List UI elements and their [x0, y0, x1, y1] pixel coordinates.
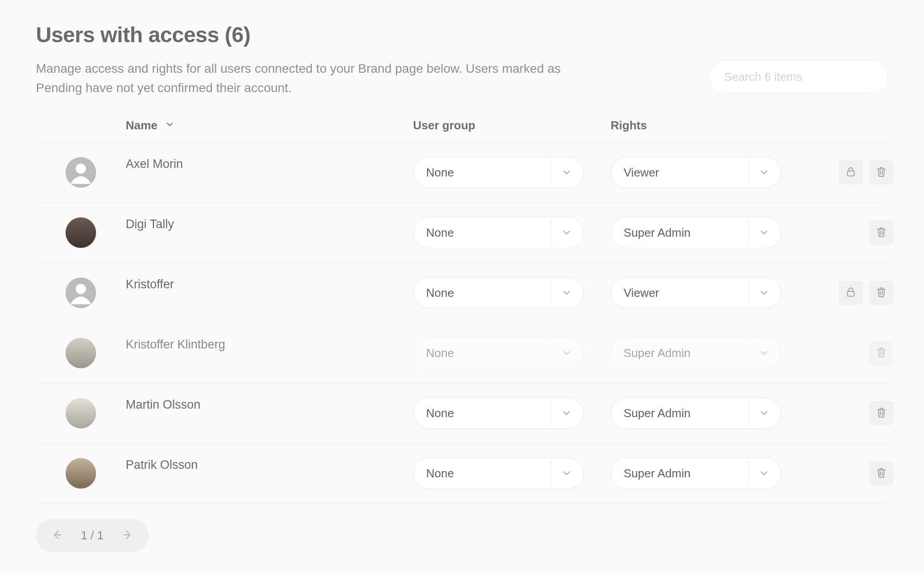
rights-value: Super Admin	[624, 346, 691, 360]
user-group-select[interactable]: None	[413, 157, 584, 188]
search-input[interactable]	[708, 60, 888, 93]
avatar	[66, 398, 96, 428]
chevron-down-icon	[748, 159, 779, 186]
table-row: Kristoffer KlintbergNoneSuper Admin	[36, 323, 888, 383]
table-row: Digi TallyNoneSuper Admin	[36, 203, 888, 263]
chevron-down-icon	[748, 279, 779, 307]
rights-select[interactable]: Super Admin	[611, 458, 781, 489]
user-group-select[interactable]: None	[413, 397, 584, 429]
svg-point-4	[76, 284, 86, 294]
column-header-name[interactable]: Name	[126, 119, 413, 132]
chevron-down-icon	[551, 159, 581, 186]
chevron-down-icon	[551, 339, 581, 367]
trash-icon	[876, 226, 887, 239]
person-circle-icon	[66, 278, 96, 308]
table-row: Axel MorinNoneViewer	[36, 143, 888, 203]
rights-select: Super Admin	[611, 337, 781, 369]
pagination: 1 / 1	[36, 519, 149, 552]
rights-value: Viewer	[624, 166, 659, 180]
arrow-right-icon	[122, 529, 134, 543]
rights-select[interactable]: Viewer	[611, 157, 781, 188]
table-row: Patrik OlssonNoneSuper Admin	[36, 444, 888, 504]
delete-button	[869, 341, 893, 365]
lock-button[interactable]	[839, 160, 863, 185]
delete-button[interactable]	[869, 281, 893, 305]
column-header-user-group-label: User group	[413, 119, 475, 132]
lock-icon	[845, 286, 857, 300]
svg-point-1	[76, 163, 86, 174]
rights-value: Super Admin	[624, 226, 691, 240]
user-group-value: None	[426, 286, 454, 300]
chevron-down-icon	[551, 219, 581, 247]
users-table: Name User group Rights Axel MorinNoneVie…	[36, 119, 888, 504]
delete-button[interactable]	[869, 401, 893, 425]
table-row: KristofferNoneViewer	[36, 263, 888, 323]
table-header: Name User group Rights	[36, 119, 888, 143]
avatar	[66, 217, 96, 248]
avatar	[66, 338, 96, 368]
delete-button[interactable]	[869, 220, 893, 245]
rights-value: Super Admin	[624, 406, 691, 420]
rights-value: Viewer	[624, 286, 659, 300]
chevron-down-icon	[748, 459, 779, 487]
user-name: Digi Tally	[126, 203, 413, 231]
user-group-value: None	[426, 166, 454, 180]
person-circle-icon	[66, 157, 96, 188]
chevron-down-icon	[551, 459, 581, 487]
column-header-name-label: Name	[126, 119, 158, 132]
page-title: Users with access (6)	[36, 22, 579, 47]
user-group-select[interactable]: None	[413, 458, 584, 489]
rights-value: Super Admin	[624, 467, 691, 480]
column-header-rights: Rights	[611, 119, 808, 132]
trash-icon	[876, 467, 887, 480]
pagination-next-button[interactable]	[119, 527, 137, 545]
user-name: Martin Olsson	[126, 383, 413, 412]
page-subtitle: Manage access and rights for all users c…	[36, 59, 579, 98]
user-group-value: None	[426, 346, 454, 360]
svg-rect-2	[847, 171, 854, 176]
user-group-value: None	[426, 226, 454, 240]
chevron-down-icon	[551, 279, 581, 307]
svg-rect-5	[847, 291, 854, 296]
delete-button[interactable]	[869, 461, 893, 485]
trash-icon	[876, 166, 887, 179]
table-row: Martin OlssonNoneSuper Admin	[36, 383, 888, 444]
chevron-down-icon	[165, 119, 175, 132]
column-header-user-group: User group	[413, 119, 611, 132]
delete-button[interactable]	[869, 160, 893, 185]
user-group-value: None	[426, 467, 454, 480]
user-group-select: None	[413, 337, 584, 369]
trash-icon	[876, 286, 887, 300]
trash-icon	[876, 406, 887, 420]
user-name: Kristoffer Klintberg	[126, 323, 413, 352]
chevron-down-icon	[748, 219, 779, 247]
column-header-rights-label: Rights	[611, 119, 647, 132]
pagination-text: 1 / 1	[81, 529, 104, 542]
rights-select[interactable]: Viewer	[611, 277, 781, 309]
pagination-prev-button[interactable]	[48, 527, 66, 545]
user-group-select[interactable]: None	[413, 277, 584, 309]
user-name: Axel Morin	[126, 143, 413, 171]
user-name: Patrik Olsson	[126, 444, 413, 472]
rights-select[interactable]: Super Admin	[611, 397, 781, 429]
user-group-select[interactable]: None	[413, 217, 584, 248]
rights-select[interactable]: Super Admin	[611, 217, 781, 248]
avatar	[66, 458, 96, 489]
chevron-down-icon	[748, 399, 779, 427]
lock-button[interactable]	[839, 281, 863, 305]
user-group-value: None	[426, 406, 454, 420]
arrow-left-icon	[50, 529, 63, 543]
lock-icon	[845, 166, 857, 179]
trash-icon	[876, 346, 887, 360]
chevron-down-icon	[551, 399, 581, 427]
user-name: Kristoffer	[126, 263, 413, 291]
chevron-down-icon	[748, 339, 779, 367]
